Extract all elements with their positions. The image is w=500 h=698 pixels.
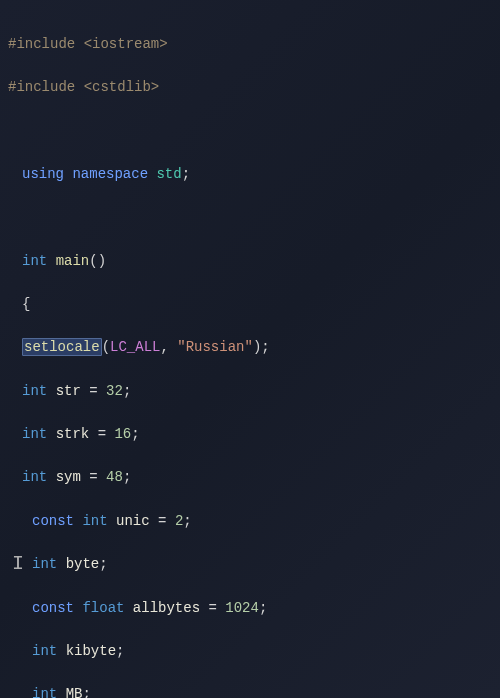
type-int: int: [22, 383, 47, 399]
type-int: int: [32, 686, 57, 698]
function-setlocale: setlocale: [22, 338, 102, 356]
number: 1024: [225, 600, 259, 616]
include-header: <cstdlib>: [84, 79, 160, 95]
var-sym: sym: [56, 469, 81, 485]
number: 16: [114, 426, 131, 442]
function-main: main: [56, 253, 90, 269]
semicolon: ;: [182, 166, 190, 182]
macro-lcall: LC_ALL: [110, 339, 160, 355]
parens: (): [89, 253, 106, 269]
preprocessor-directive: #include: [8, 36, 75, 52]
type-int: int: [82, 513, 107, 529]
var-str: str: [56, 383, 81, 399]
include-header: <iostream>: [84, 36, 168, 52]
code-editor-content[interactable]: #include <iostream> #include <cstdlib> u…: [8, 12, 492, 698]
preprocessor-directive: #include: [8, 79, 75, 95]
var-mb: MB: [66, 686, 83, 698]
type-int: int: [22, 469, 47, 485]
type-float: float: [82, 600, 124, 616]
type-int: int: [22, 253, 47, 269]
number: 32: [106, 383, 123, 399]
type-int: int: [32, 643, 57, 659]
brace-open: {: [22, 296, 30, 312]
var-kibyte: kibyte: [66, 643, 116, 659]
var-allbytes: allbytes: [133, 600, 200, 616]
identifier-std: std: [156, 166, 181, 182]
type-int: int: [22, 426, 47, 442]
string-russian: "Russian": [177, 339, 253, 355]
keyword-const: const: [32, 513, 74, 529]
text-cursor-icon: I: [12, 548, 24, 579]
var-strk: strk: [56, 426, 90, 442]
keyword-using: using: [22, 166, 64, 182]
number: 48: [106, 469, 123, 485]
type-int: int: [32, 556, 57, 572]
var-byte: byte: [66, 556, 100, 572]
var-unic: unic: [116, 513, 150, 529]
keyword-namespace: namespace: [72, 166, 148, 182]
keyword-const: const: [32, 600, 74, 616]
